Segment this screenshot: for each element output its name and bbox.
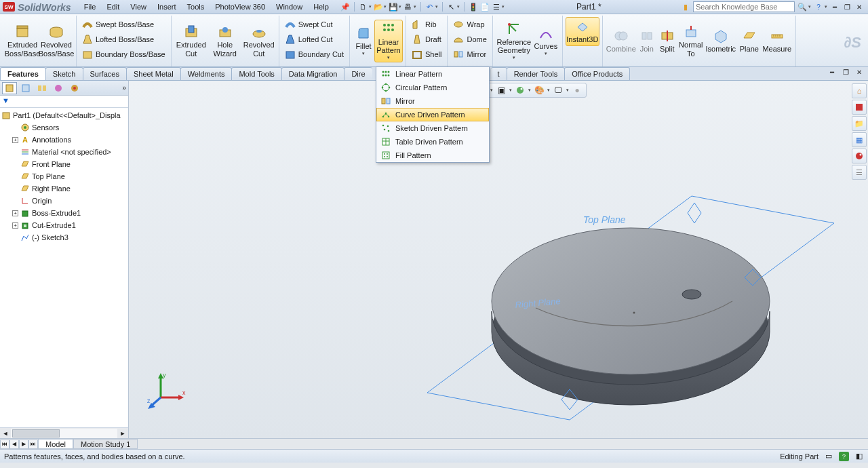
menu-fill-pattern[interactable]: Fill Pattern [376,149,489,162]
taskpane-palette-icon[interactable]: ▦ [852,132,867,147]
expand-icon[interactable]: + [12,137,18,143]
isometric-button[interactable]: Isometric [705,27,737,55]
swept-boss-button[interactable]: Swept Boss/Base [79,17,157,32]
menu-file[interactable]: File [79,1,101,12]
normal-to-button[interactable]: Normal To [677,23,705,59]
tree-boss-extrude[interactable]: +Boss-Extrude1 [0,207,128,219]
rebuild-icon[interactable]: 🚦 [469,2,478,12]
draft-button[interactable]: Draft [409,32,444,47]
select-icon[interactable]: ↖ [447,2,456,12]
fm-tab-config[interactable] [35,82,50,94]
extruded-boss-button[interactable]: Extruded Boss/Base [5,23,39,59]
expand-icon[interactable]: + [12,222,18,229]
menu-window[interactable]: Window [271,1,307,12]
save-icon[interactable]: 💾 [389,2,398,12]
tab-features[interactable]: Features [0,67,46,80]
close-button[interactable]: ✕ [854,2,864,12]
fm-filter-row[interactable]: ▼ [0,96,128,108]
tab-sketch[interactable]: Sketch [45,67,83,80]
bottom-tab-model[interactable]: Model [38,439,73,449]
combine-button[interactable]: Combine [606,27,637,55]
menu-edit[interactable]: Edit [102,1,124,12]
minimize-button[interactable]: ━ [830,2,840,12]
ref-geometry-button[interactable]: Reference Geometry▾ [496,20,532,62]
tree-cut-extrude[interactable]: +Cut-Extrude1 [0,219,128,231]
rib-button[interactable]: Rib [409,17,439,32]
tab-weldments[interactable]: Weldments [180,67,233,80]
options-icon[interactable]: 📄 [480,2,490,12]
nav-last-icon[interactable]: ⏭ [28,440,38,449]
taskpane-appearance-icon[interactable] [852,149,867,163]
menu-photoview[interactable]: PhotoView 360 [210,1,270,12]
revolved-boss-button[interactable]: Revolved Boss/Base [39,23,73,59]
menu-linear-pattern[interactable]: Linear Pattern [376,67,489,81]
new-icon[interactable]: 🗋 [359,2,368,12]
sw-resources-icon[interactable]: ▮ [681,2,690,12]
render-preview-icon[interactable]: ● [571,84,583,96]
hide-show-icon[interactable] [514,84,526,96]
menu-table-driven-pattern[interactable]: Table Driven Pattern [376,135,489,149]
tab-render-tools[interactable]: Render Tools [507,67,566,80]
menu-circular-pattern[interactable]: Circular Pattern [376,81,489,94]
scroll-right-icon[interactable]: ► [117,430,128,437]
help-icon[interactable]: ? [814,2,823,12]
doc-restore-button[interactable]: ❐ [841,67,850,77]
graphics-viewport[interactable]: 🔍 ⬚ ↶ ◐ 🧊▾ ▣▾ ▾ 🎨▾ 🖵▾ ● ⌂ 📁 ▦ ☰ Top Plan… [129,81,868,438]
plane-button[interactable]: Plane [737,27,762,55]
tree-front-plane[interactable]: Front Plane [0,158,128,170]
tab-mold-tools[interactable]: Mold Tools [231,67,281,80]
fillet-button[interactable]: Fillet▾ [353,24,374,58]
print-icon[interactable]: 🖶 [403,2,413,12]
measure-button[interactable]: Measure [762,27,793,55]
menu-mirror-pattern[interactable]: Mirror [376,94,489,108]
status-rebuild-icon[interactable]: ? [839,452,849,461]
extruded-cut-button[interactable]: Extruded Cut [174,23,208,59]
lofted-boss-button[interactable]: Lofted Boss/Base [79,32,157,47]
sidebar-hscroll[interactable]: ◄ ► [0,427,128,438]
wrap-button[interactable]: Wrap [450,17,487,32]
fm-tab-tree[interactable] [2,82,17,94]
undo-icon[interactable]: ↶ [425,2,435,12]
restore-button[interactable]: ❐ [842,2,852,12]
tab-hidden-2[interactable]: t [491,67,507,80]
dome-button[interactable]: Dome [450,32,489,47]
fm-tab-property[interactable] [18,82,33,94]
tab-direct-editing[interactable]: Dire [344,67,372,80]
display-style-icon[interactable]: ▣ [495,84,507,96]
linear-pattern-button[interactable]: Linear Pattern▾ [374,20,403,62]
menu-help[interactable]: Help [309,1,334,12]
mirror-button[interactable]: Mirror [450,47,489,62]
menu-insert[interactable]: Insert [153,1,181,12]
nav-first-icon[interactable]: ⏮ [0,440,9,449]
doc-minimize-button[interactable]: ━ [827,67,837,77]
scroll-track[interactable] [11,429,117,438]
hole-wizard-button[interactable]: Hole Wizard [208,23,242,59]
nav-prev-icon[interactable]: ◀ [9,440,19,449]
curves-button[interactable]: Curves▾ [532,24,559,58]
tree-right-plane[interactable]: Right Plane [0,182,128,195]
search-input[interactable] [693,1,795,12]
tree-material[interactable]: Material <not specified> [0,146,128,158]
taskpane-home-icon[interactable]: ⌂ [852,83,867,98]
tree-sketch3[interactable]: (-) Sketch3 [0,231,128,243]
fm-tab-dimx[interactable] [51,82,66,94]
join-button[interactable]: Join [637,27,657,55]
status-options-icon[interactable]: ◧ [854,452,864,461]
boundary-cut-button[interactable]: Boundary Cut [282,47,347,62]
bottom-tab-motion[interactable]: Motion Study 1 [73,439,138,449]
lofted-cut-button[interactable]: Lofted Cut [282,32,336,47]
view-triad[interactable]: x y z [146,370,186,411]
menu-sketch-driven-pattern[interactable]: Sketch Driven Pattern [376,121,489,135]
tree-root[interactable]: Part1 (Default<<Default>_Displa [0,109,128,121]
revolved-cut-button[interactable]: Revolved Cut [242,23,276,59]
taskpane-explorer-icon[interactable]: 📁 [852,116,867,131]
fm-expand-icon[interactable]: » [122,84,126,92]
menu-curve-driven-pattern[interactable]: Curve Driven Pattern [376,108,489,121]
taskpane-custom-icon[interactable]: ☰ [852,165,867,180]
tab-sheet-metal[interactable]: Sheet Metal [126,67,181,80]
fm-tab-render[interactable] [67,82,82,94]
status-units-icon[interactable]: ▭ [824,452,833,461]
open-icon[interactable]: 📂 [374,2,383,12]
tab-office-products[interactable]: Office Products [564,67,630,80]
taskpane-library-icon[interactable] [852,100,867,115]
